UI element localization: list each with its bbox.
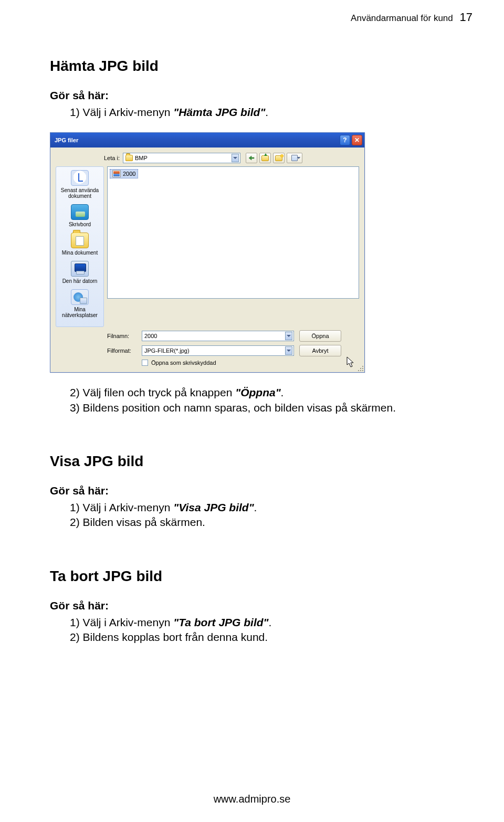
chevron-down-icon[interactable] — [232, 154, 239, 162]
close-button[interactable]: ✕ — [352, 135, 362, 145]
section2-heading: Visa JPG bild — [50, 453, 457, 470]
s2-step1-em: "Visa JPG bild" — [173, 501, 254, 513]
s2-step1-post: . — [254, 501, 257, 513]
file-item-label: 2000 — [123, 171, 135, 177]
sidebar-item-documents[interactable]: Mina dokument — [58, 233, 101, 256]
section1-step1: 1) Välj i Arkiv-menyn "Hämta JPG bild". — [70, 105, 457, 120]
sidebar-item-label: Senast använda dokument — [58, 187, 101, 199]
dialog-titlebar[interactable]: JPG filer ? ✕ — [50, 133, 364, 147]
s1-step1-post: . — [265, 106, 268, 118]
readonly-label: Öppna som skrivskyddad — [151, 360, 216, 366]
file-list-pane[interactable]: 2000 — [107, 166, 359, 299]
sidebar-item-computer[interactable]: Den här datorn — [58, 261, 101, 284]
section1-heading: Hämta JPG bild — [50, 58, 457, 75]
folder-up-icon — [261, 155, 269, 161]
back-arrow-icon — [248, 155, 255, 161]
cancel-button[interactable]: Avbryt — [299, 345, 341, 356]
s3-step1-pre: 1) Välj i Arkiv-menyn — [70, 616, 173, 628]
sidebar-item-desktop[interactable]: Skrivbord — [58, 204, 101, 227]
view-menu-button[interactable] — [287, 153, 302, 163]
s1-step1-em: "Hämta JPG bild" — [173, 106, 265, 118]
filename-value: 2000 — [144, 333, 285, 339]
chevron-down-icon[interactable] — [285, 332, 292, 340]
filetype-value: JPG-FILER(*.jpg) — [144, 347, 285, 354]
sidebar-item-label: Mina nätverksplatser — [58, 307, 101, 318]
recent-icon — [71, 170, 89, 186]
help-button[interactable]: ? — [340, 135, 350, 145]
new-folder-icon — [275, 155, 282, 161]
chevron-down-icon[interactable] — [285, 346, 292, 355]
new-folder-button[interactable] — [273, 153, 285, 163]
s2-step1-pre: 1) Välj i Arkiv-menyn — [70, 501, 173, 513]
file-open-dialog: JPG filer ? ✕ Leta i: BMP — [50, 132, 365, 373]
page-number: 17 — [460, 10, 472, 24]
filename-label: Filnamn: — [107, 333, 136, 339]
doc-title: Användarmanual för kund — [351, 13, 453, 23]
filetype-combo[interactable]: JPG-FILER(*.jpg) — [142, 345, 294, 356]
s1-step2-em: "Öppna" — [235, 386, 280, 398]
section3-heading: Ta bort JPG bild — [50, 568, 457, 585]
computer-icon — [71, 261, 89, 277]
s1-step1-pre: 1) Välj i Arkiv-menyn — [70, 106, 173, 118]
section2-subheading: Gör så här: — [50, 484, 457, 497]
open-button[interactable]: Öppna — [299, 330, 341, 342]
page-header: Användarmanual för kund 17 — [351, 10, 472, 24]
cursor-icon — [346, 356, 355, 368]
documents-icon — [71, 233, 89, 248]
sidebar-item-label: Skrivbord — [58, 222, 101, 227]
up-one-level-button[interactable] — [259, 153, 271, 163]
section3-subheading: Gör så här: — [50, 599, 457, 612]
sidebar-item-label: Mina dokument — [58, 250, 101, 256]
s3-step1-post: . — [269, 616, 272, 628]
section1-step3: 3) Bildens position och namn sparas, och… — [70, 401, 457, 415]
sidebar-item-recent[interactable]: Senast använda dokument — [58, 170, 101, 199]
places-sidebar: Senast använda dokument Skrivbord Mina d… — [56, 166, 104, 327]
filetype-label: Filformat: — [107, 347, 136, 354]
footer-url: www.admipro.se — [0, 793, 504, 805]
look-in-value: BMP — [135, 155, 232, 161]
section3-step1: 1) Välj i Arkiv-menyn "Ta bort JPG bild"… — [70, 615, 457, 630]
look-in-label: Leta i: — [104, 155, 120, 161]
folder-icon — [125, 155, 133, 161]
jpg-file-icon — [112, 170, 121, 177]
close-icon: ✕ — [354, 136, 360, 144]
sidebar-item-label: Den här datorn — [58, 278, 101, 284]
network-icon — [71, 289, 89, 305]
sidebar-item-network[interactable]: Mina nätverksplatser — [58, 289, 101, 318]
filename-input[interactable]: 2000 — [142, 331, 294, 341]
readonly-checkbox[interactable] — [142, 360, 148, 366]
section2-step2: 2) Bilden visas på skärmen. — [70, 515, 457, 530]
look-in-combo[interactable]: BMP — [123, 153, 240, 163]
file-item[interactable]: 2000 — [110, 169, 138, 178]
s1-step2-pre: 2) Välj filen och tryck på knappen — [70, 386, 235, 398]
section1-step2: 2) Välj filen och tryck på knappen "Öppn… — [70, 385, 457, 400]
dialog-title: JPG filer — [55, 137, 338, 143]
section3-step2: 2) Bildens kopplas bort från denna kund. — [70, 630, 457, 645]
s3-step1-em: "Ta bort JPG bild" — [173, 616, 268, 628]
desktop-icon — [71, 204, 89, 220]
section1-subheading: Gör så här: — [50, 89, 457, 102]
back-button[interactable] — [246, 153, 257, 163]
resize-grip[interactable] — [356, 364, 363, 371]
s1-step2-post: . — [281, 386, 284, 398]
section2-step1: 1) Välj i Arkiv-menyn "Visa JPG bild". — [70, 500, 457, 515]
